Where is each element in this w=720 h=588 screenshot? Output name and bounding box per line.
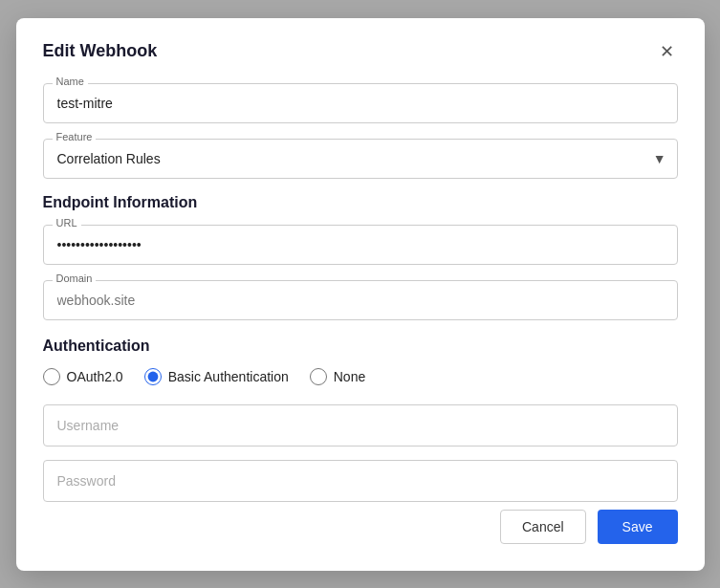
modal-overlay: Edit Webhook ✕ Name Feature Correlation … bbox=[0, 0, 720, 588]
modal-footer: Cancel Save bbox=[43, 510, 678, 544]
authentication-section: Authentication OAuth2.0 Basic Authentica… bbox=[43, 338, 678, 502]
save-button[interactable]: Save bbox=[598, 510, 678, 544]
feature-field-group: Feature Correlation Rules Incidents Aler… bbox=[43, 139, 678, 179]
radio-none-label: None bbox=[334, 369, 365, 384]
name-field-group: Name bbox=[43, 83, 678, 123]
name-input[interactable] bbox=[43, 83, 678, 123]
url-input[interactable] bbox=[43, 225, 678, 265]
radio-option-basic[interactable]: Basic Authentication bbox=[144, 368, 289, 385]
close-button[interactable]: ✕ bbox=[656, 41, 678, 62]
domain-field-group: Domain bbox=[43, 280, 678, 320]
authentication-section-title: Authentication bbox=[43, 338, 678, 355]
edit-webhook-modal: Edit Webhook ✕ Name Feature Correlation … bbox=[16, 18, 705, 571]
auth-radio-group: OAuth2.0 Basic Authentication None bbox=[43, 368, 678, 385]
url-field-group: URL bbox=[43, 225, 678, 265]
modal-title: Edit Webhook bbox=[43, 41, 158, 61]
domain-input[interactable] bbox=[43, 280, 678, 320]
modal-header: Edit Webhook ✕ bbox=[43, 41, 678, 62]
radio-option-oauth[interactable]: OAuth2.0 bbox=[43, 368, 123, 385]
password-input[interactable] bbox=[43, 460, 678, 502]
radio-none[interactable] bbox=[310, 368, 327, 385]
radio-basic[interactable] bbox=[144, 368, 162, 385]
username-input[interactable] bbox=[43, 404, 678, 446]
radio-option-none[interactable]: None bbox=[310, 368, 365, 385]
feature-select[interactable]: Correlation Rules Incidents Alerts bbox=[43, 139, 678, 179]
feature-label: Feature bbox=[53, 131, 97, 142]
radio-oauth[interactable] bbox=[43, 368, 60, 385]
endpoint-section: Endpoint Information URL Domain bbox=[43, 194, 678, 320]
feature-select-wrapper: Correlation Rules Incidents Alerts ▼ bbox=[43, 139, 678, 179]
endpoint-section-title: Endpoint Information bbox=[43, 194, 678, 211]
radio-oauth-label: OAuth2.0 bbox=[67, 369, 123, 384]
cancel-button[interactable]: Cancel bbox=[500, 510, 586, 544]
domain-label: Domain bbox=[53, 272, 97, 284]
name-label: Name bbox=[53, 76, 88, 87]
radio-basic-label: Basic Authentication bbox=[168, 369, 289, 384]
url-label: URL bbox=[53, 217, 81, 229]
